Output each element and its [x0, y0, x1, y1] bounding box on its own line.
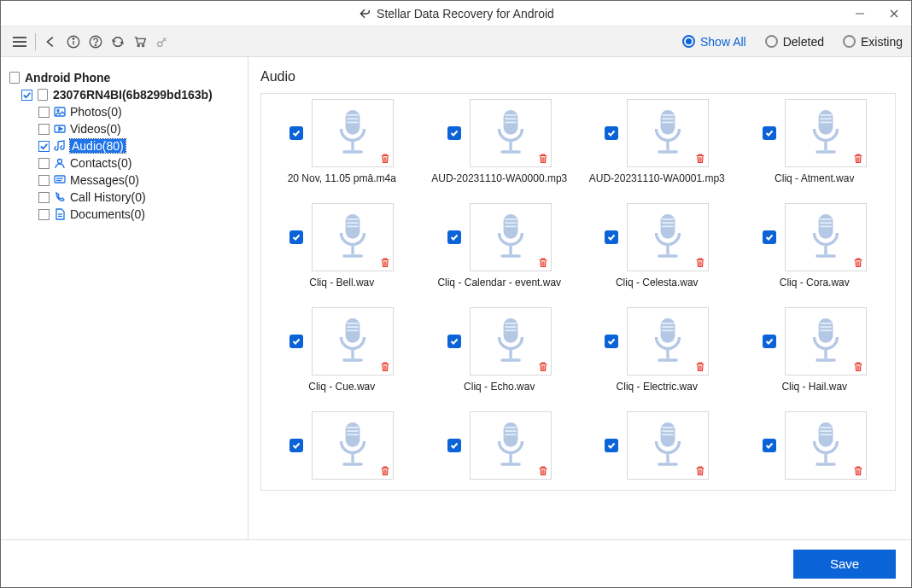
item-checkbox[interactable] [763, 439, 776, 452]
file-thumbnail[interactable] [785, 411, 867, 480]
item-checkbox[interactable] [289, 439, 303, 452]
checkbox-icon[interactable] [38, 158, 50, 169]
item-checkbox[interactable] [289, 126, 303, 140]
file-item[interactable]: Cliq - Bell.wav [263, 203, 421, 288]
file-item[interactable]: Cliq - Atment.wav [736, 99, 894, 184]
trash-icon[interactable] [694, 361, 706, 373]
filter-deleted[interactable]: Deleted [765, 35, 824, 49]
tree-category-callhistory[interactable]: Call History(0) [8, 189, 241, 206]
file-item[interactable]: 20 Nov, 11.05 pmâ.m4a [263, 99, 421, 184]
file-item[interactable] [263, 411, 421, 485]
trash-icon[interactable] [379, 361, 391, 373]
trash-icon[interactable] [852, 465, 864, 477]
file-thumbnail[interactable] [470, 203, 552, 271]
refresh-icon[interactable] [108, 32, 128, 52]
filter-existing[interactable]: Existing [843, 35, 903, 49]
key-icon[interactable] [152, 32, 172, 52]
checkbox-icon[interactable] [21, 90, 32, 101]
file-thumbnail[interactable] [312, 203, 394, 271]
filter-show-all[interactable]: Show All [682, 35, 746, 49]
microphone-icon [645, 314, 691, 369]
item-checkbox[interactable] [605, 335, 618, 348]
tree-category-documents[interactable]: Documents(0) [8, 206, 241, 223]
file-thumbnail[interactable] [627, 99, 709, 167]
cart-icon[interactable] [130, 32, 150, 52]
file-item[interactable]: AUD-20231110-WA0001.mp3 [578, 99, 736, 184]
checkbox-icon[interactable] [38, 175, 50, 186]
file-thumbnail[interactable] [785, 307, 867, 376]
checkbox-icon[interactable] [38, 124, 50, 135]
checkbox-icon[interactable] [38, 209, 50, 220]
tree-category-photos[interactable]: Photos(0) [8, 103, 241, 120]
file-thumbnail[interactable] [470, 99, 552, 167]
file-item[interactable] [578, 411, 736, 485]
file-thumbnail[interactable] [627, 203, 709, 271]
tree-category-contacts[interactable]: Contacts(0) [8, 154, 241, 172]
file-thumbnail[interactable] [470, 307, 552, 376]
file-thumbnail[interactable] [312, 307, 394, 376]
info-icon[interactable] [63, 32, 84, 52]
trash-icon[interactable] [852, 257, 864, 269]
trash-icon[interactable] [537, 153, 549, 165]
file-item[interactable]: Cliq - Electric.wav [578, 307, 736, 393]
item-checkbox[interactable] [447, 126, 461, 140]
category-label: Documents(0) [70, 207, 145, 221]
item-checkbox[interactable] [763, 126, 776, 140]
file-item[interactable]: Cliq - Cue.wav [263, 307, 421, 393]
file-item[interactable]: AUD-20231110-WA0000.mp3 [421, 99, 579, 184]
item-checkbox[interactable] [605, 230, 618, 244]
tree-category-messages[interactable]: Messages(0) [8, 172, 241, 189]
file-item[interactable] [421, 411, 579, 485]
file-thumbnail[interactable] [627, 411, 709, 480]
back-icon[interactable] [41, 32, 61, 52]
trash-icon[interactable] [379, 465, 391, 477]
grid-scroll[interactable]: 20 Nov, 11.05 pmâ.m4aAUD-20231110-WA0000… [260, 93, 903, 531]
trash-icon[interactable] [852, 361, 864, 373]
file-item[interactable]: Cliq - Cora.wav [736, 203, 894, 288]
file-item[interactable]: Cliq - Hail.wav [736, 307, 894, 393]
trash-icon[interactable] [852, 153, 864, 165]
item-checkbox[interactable] [605, 439, 618, 452]
file-thumbnail[interactable] [312, 99, 394, 167]
item-checkbox[interactable] [447, 230, 461, 244]
file-thumbnail[interactable] [627, 307, 709, 376]
item-checkbox[interactable] [289, 230, 303, 244]
save-button[interactable]: Save [793, 550, 896, 579]
checkbox-icon[interactable] [38, 141, 50, 152]
close-button[interactable] [877, 1, 911, 26]
file-item[interactable]: Cliq - Celesta.wav [578, 203, 736, 288]
trash-icon[interactable] [537, 257, 549, 269]
trash-icon[interactable] [537, 465, 549, 477]
contacts-icon [53, 156, 67, 170]
tree-category-videos[interactable]: Videos(0) [8, 120, 241, 137]
file-thumbnail[interactable] [785, 99, 867, 167]
help-icon[interactable] [85, 32, 106, 52]
file-item[interactable] [736, 411, 894, 485]
item-checkbox[interactable] [447, 439, 461, 452]
hamburger-menu-icon[interactable] [9, 32, 30, 52]
item-checkbox[interactable] [289, 335, 303, 348]
svg-rect-18 [55, 176, 65, 183]
file-thumbnail[interactable] [312, 411, 394, 480]
trash-icon[interactable] [537, 361, 549, 373]
file-item[interactable]: Cliq - Echo.wav [421, 307, 579, 393]
minimize-button[interactable] [843, 1, 877, 26]
trash-icon[interactable] [379, 153, 391, 165]
checkbox-icon[interactable] [38, 192, 50, 203]
item-checkbox[interactable] [605, 126, 618, 140]
tree-device[interactable]: 23076RN4BI(6b8299bd163b) [8, 86, 241, 103]
item-checkbox[interactable] [763, 335, 776, 348]
file-item[interactable]: Cliq - Calendar - event.wav [421, 203, 579, 288]
file-thumbnail[interactable] [785, 203, 867, 271]
trash-icon[interactable] [694, 257, 706, 269]
item-checkbox[interactable] [763, 230, 776, 244]
trash-icon[interactable] [379, 257, 391, 269]
messages-icon [53, 173, 67, 187]
tree-root[interactable]: Android Phone [8, 69, 241, 86]
trash-icon[interactable] [694, 153, 706, 165]
file-thumbnail[interactable] [470, 411, 552, 480]
item-checkbox[interactable] [447, 335, 461, 348]
trash-icon[interactable] [694, 465, 706, 477]
tree-category-audio[interactable]: Audio(80) [8, 137, 241, 154]
checkbox-icon[interactable] [38, 107, 50, 118]
